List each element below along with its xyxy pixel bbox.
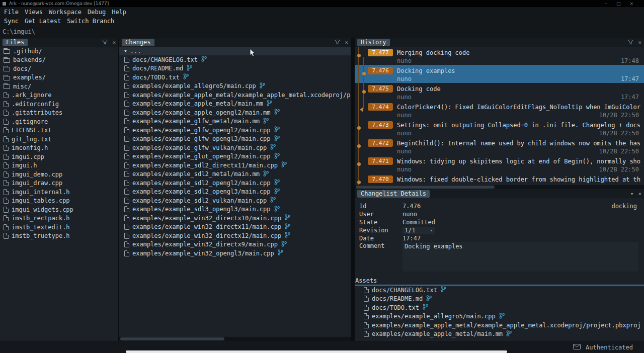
change-row[interactable]: docs/CHANGELOG.txt bbox=[119, 55, 351, 64]
change-row[interactable]: examples/example_win32_opengl3/main.cpp bbox=[119, 249, 351, 258]
tree-row[interactable]: LICENSE.txt bbox=[0, 126, 118, 135]
change-row[interactable]: examples/example_glfw_opengl2/main.cpp bbox=[119, 126, 351, 135]
file-icon bbox=[124, 92, 129, 98]
file-icon bbox=[124, 101, 129, 107]
history-panel-title[interactable]: History bbox=[357, 39, 390, 46]
history-row[interactable]: 7.474 ColorPicker4(): Fixed ImGuiColorEd… bbox=[355, 101, 644, 119]
menu-item[interactable]: File bbox=[4, 9, 19, 16]
maximize-button[interactable]: □ bbox=[616, 1, 621, 6]
tree-row[interactable]: imgui_internal.h bbox=[0, 188, 118, 197]
minimize-button[interactable]: – bbox=[605, 1, 607, 6]
tree-row[interactable]: .gitignore bbox=[0, 117, 118, 126]
history-row[interactable]: 7.472 BeginChild(): Internal name used b… bbox=[355, 137, 644, 155]
tree-row[interactable]: .github/ bbox=[0, 47, 118, 56]
close-icon[interactable]: × bbox=[638, 40, 641, 45]
change-row[interactable]: examples/example_glfw_vulkan/main.cpp bbox=[119, 143, 351, 152]
change-row[interactable]: examples/example_sdl2_directx11/main.cpp bbox=[119, 161, 351, 170]
history-row[interactable]: 7.470 Windows: fixed double-clicked bord… bbox=[355, 173, 644, 185]
tree-row[interactable]: imgui_demo.cpp bbox=[0, 170, 118, 179]
file-icon bbox=[124, 118, 129, 124]
tree-row[interactable]: git_log.txt bbox=[0, 135, 118, 144]
menu-item[interactable]: Help bbox=[112, 9, 126, 16]
tree-row[interactable]: imgui_tables.cpp bbox=[0, 197, 118, 206]
change-row[interactable]: examples/example_sdl2_opengl2/main.cpp bbox=[119, 179, 351, 188]
files-panel-title[interactable]: Files bbox=[3, 39, 28, 46]
scrollbar-thumb[interactable] bbox=[120, 337, 224, 340]
filter-icon[interactable] bbox=[102, 40, 108, 45]
filter-icon[interactable] bbox=[335, 40, 340, 45]
change-row[interactable]: examples/example_glfw_metal/main.mm bbox=[119, 117, 351, 126]
tree-row[interactable]: backends/ bbox=[0, 56, 118, 65]
revision-dropdown[interactable]: 1/1 ▾ bbox=[403, 227, 435, 234]
file-name: imgui_demo.cpp bbox=[12, 171, 62, 178]
change-row[interactable]: examples/example_sdl3_opengl3/main.cpp bbox=[119, 205, 351, 214]
file-name: imstb_textedit.h bbox=[12, 224, 70, 231]
expander-icon[interactable]: ▼ bbox=[124, 49, 127, 53]
history-row[interactable]: 7.477 Merging docking code nuno 17:48 bbox=[355, 47, 644, 65]
change-row[interactable]: examples/example_apple_opengl2/main.mm bbox=[119, 108, 351, 117]
asset-row[interactable]: docs/CHANGELOG.txt bbox=[355, 286, 644, 295]
history-row[interactable]: 7.476 Docking examples nuno 17:47 bbox=[355, 65, 644, 83]
close-icon[interactable]: × bbox=[638, 191, 641, 197]
change-row[interactable]: examples/example_sdl2_opengl3/main.cpp bbox=[119, 188, 351, 197]
change-row[interactable]: examples/example_glfw_opengl3/main.cpp bbox=[119, 135, 351, 144]
asset-row[interactable]: examples/example_apple_metal/main.mm bbox=[355, 330, 644, 339]
details-panel-title[interactable]: Changelist Details bbox=[357, 190, 430, 198]
change-row[interactable]: examples/example_win32_directx11/main.cp… bbox=[119, 223, 351, 232]
tree-row[interactable]: .editorconfig bbox=[0, 100, 118, 109]
tree-row[interactable]: imgui.h bbox=[0, 161, 118, 170]
change-row[interactable]: examples/example_allegro5/main.cpp bbox=[119, 82, 351, 91]
tree-row[interactable]: docs/ bbox=[0, 64, 118, 73]
tree-row[interactable]: imconfig.h bbox=[0, 144, 118, 153]
toolbar-button[interactable]: Switch Branch bbox=[67, 18, 114, 25]
tree-row[interactable]: .ark_ignore bbox=[0, 91, 118, 100]
tree-row[interactable]: .gitattributes bbox=[0, 109, 118, 118]
change-row[interactable]: examples/example_win32_directx9/main.cpp bbox=[119, 240, 351, 249]
change-row[interactable]: examples/example_win32_directx10/main.cp… bbox=[119, 214, 351, 223]
file-icon bbox=[124, 241, 129, 247]
change-row[interactable]: docs/README.md bbox=[119, 64, 351, 73]
toolbar-button[interactable]: Get Latest bbox=[25, 18, 61, 25]
menu-item[interactable]: Debug bbox=[88, 9, 106, 16]
close-icon[interactable]: × bbox=[112, 40, 116, 45]
comment-box[interactable]: Docking examples bbox=[403, 242, 638, 272]
asset-row[interactable]: docs/README.md bbox=[355, 295, 644, 304]
tree-row[interactable]: imgui_widgets.cpp bbox=[0, 205, 118, 214]
menu-item[interactable]: Views bbox=[25, 9, 43, 16]
window-close-button[interactable]: × bbox=[629, 1, 633, 6]
change-row[interactable]: examples/example_sdl2_metal/main.mm bbox=[119, 170, 351, 179]
change-row[interactable]: examples/example_glut_opengl2/main.cpp bbox=[119, 152, 351, 161]
scrollbar-thumb[interactable] bbox=[356, 186, 495, 189]
asset-row[interactable]: docs/TODO.txt bbox=[355, 303, 644, 312]
close-icon[interactable]: × bbox=[345, 40, 348, 45]
asset-row[interactable]: examples/example_allegro5/main.cpp bbox=[355, 312, 644, 321]
tree-row[interactable]: imstb_rectpack.h bbox=[0, 214, 118, 223]
file-icon bbox=[4, 162, 9, 168]
file-name: imgui.cpp bbox=[12, 153, 44, 160]
history-row[interactable]: 7.471 Windows: tidying up skipitems logi… bbox=[355, 155, 644, 173]
changes-panel-title[interactable]: Changes bbox=[122, 39, 154, 46]
change-row[interactable]: docs/TODO.txt bbox=[119, 73, 351, 82]
filter-icon[interactable] bbox=[628, 40, 633, 45]
tree-row[interactable]: misc/ bbox=[0, 82, 118, 91]
horizontal-scrollbar[interactable] bbox=[119, 337, 351, 341]
tree-row[interactable]: imgui.cpp bbox=[0, 152, 118, 161]
tree-row[interactable]: imgui_draw.cpp bbox=[0, 179, 118, 188]
menu-item[interactable]: Workspace bbox=[49, 9, 82, 16]
asset-row[interactable]: examples/example_apple_metal/example_app… bbox=[355, 321, 644, 330]
tree-row[interactable]: imstb_truetype.h bbox=[0, 232, 118, 241]
history-row[interactable]: 7.475 Docking code nuno 17:47 bbox=[355, 83, 644, 101]
change-row[interactable]: examples/example_win32_directx12/main.cp… bbox=[119, 231, 351, 240]
toolbar-button[interactable]: Sync bbox=[4, 18, 19, 25]
commit-dot bbox=[357, 181, 361, 184]
horizontal-scrollbar[interactable] bbox=[355, 185, 644, 189]
tree-row[interactable]: examples/ bbox=[0, 73, 118, 82]
chevron-down-icon[interactable]: ▾ bbox=[630, 191, 634, 197]
history-row[interactable]: 7.473 Settings: omit outputing Collapsed… bbox=[355, 119, 644, 137]
changes-root-row[interactable]: ▼ ... bbox=[119, 47, 351, 55]
branch-icon bbox=[274, 135, 280, 143]
change-row[interactable]: examples/example_apple_metal/main.mm bbox=[119, 100, 351, 109]
change-row[interactable]: examples/example_sdl2_vulkan/main.cpp bbox=[119, 196, 351, 205]
change-row[interactable]: examples/example_apple_metal/example_app… bbox=[119, 91, 351, 100]
tree-row[interactable]: imstb_textedit.h bbox=[0, 223, 118, 232]
